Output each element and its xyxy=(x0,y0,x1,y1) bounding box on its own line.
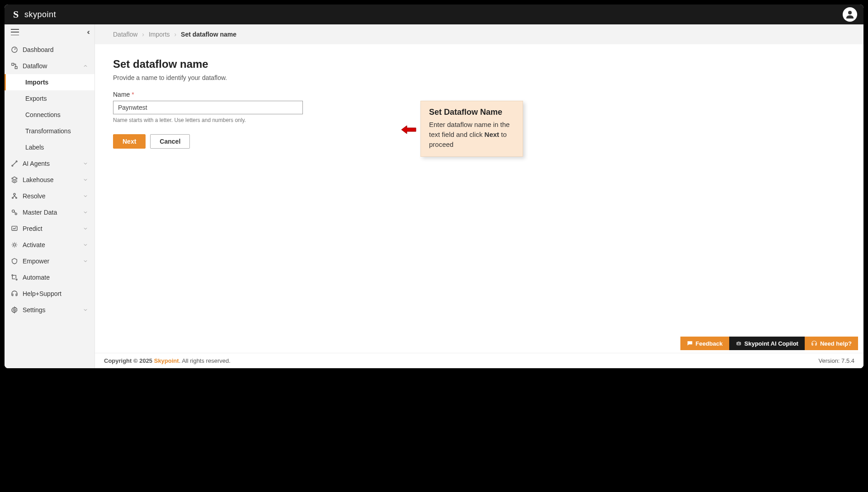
arrow-annotation-icon xyxy=(401,125,417,135)
master-data-icon xyxy=(11,209,18,216)
chevron-down-icon xyxy=(83,258,88,264)
sidebar-item-empower[interactable]: Empower xyxy=(5,253,94,269)
sidebar-item-label: AI Agents xyxy=(23,160,50,167)
sidebar-item-transformations[interactable]: Transformations xyxy=(16,123,94,139)
sidebar-item-label: Dataflow xyxy=(23,62,47,70)
chevron-down-icon xyxy=(83,307,88,313)
sidebar-item-labels[interactable]: Labels xyxy=(16,139,94,155)
need-help-button[interactable]: Need help? xyxy=(805,337,858,350)
sidebar-item-activate[interactable]: Activate xyxy=(5,237,94,253)
sidebar-item-help-support[interactable]: Help+Support xyxy=(5,286,94,302)
sidebar-item-resolve[interactable]: Resolve xyxy=(5,188,94,204)
resolve-icon xyxy=(11,192,18,200)
chevron-down-icon xyxy=(83,210,88,215)
dashboard-icon xyxy=(11,46,18,53)
breadcrumb-separator: › xyxy=(142,31,144,38)
svg-point-9 xyxy=(12,210,14,212)
breadcrumb-current: Set dataflow name xyxy=(181,31,236,38)
sidebar-item-exports[interactable]: Exports xyxy=(16,90,94,107)
main: Dataflow › Imports › Set dataflow name S… xyxy=(95,24,863,368)
sidebar-item-label: Dashboard xyxy=(23,46,54,53)
svg-point-12 xyxy=(13,244,15,246)
brand-name: skypoint xyxy=(24,10,56,19)
collapse-sidebar-button[interactable]: ‹‹ xyxy=(87,28,88,36)
next-button[interactable]: Next xyxy=(113,134,146,149)
name-label: Name * xyxy=(113,91,134,98)
user-icon xyxy=(844,9,855,20)
dataflow-name-input[interactable] xyxy=(113,101,303,114)
sidebar-item-settings[interactable]: Settings xyxy=(5,302,94,318)
chat-icon xyxy=(687,340,693,347)
dataflow-icon xyxy=(11,62,18,70)
sidebar-item-label: Resolve xyxy=(23,192,46,200)
copilot-button[interactable]: Skypoint AI Copilot xyxy=(729,337,805,350)
sidebar-item-label: Automate xyxy=(23,274,50,281)
callout-text: Enter dataflow name in the text field an… xyxy=(429,120,514,149)
page-description: Provide a name to identify your dataflow… xyxy=(113,74,845,81)
help-icon xyxy=(11,290,18,297)
gear-icon xyxy=(11,306,18,314)
sidebar-item-label: Activate xyxy=(23,241,45,248)
breadcrumb-item[interactable]: Imports xyxy=(149,31,170,38)
topbar: S skypoint xyxy=(5,5,863,24)
sidebar-item-ai-agents[interactable]: AI Agents xyxy=(5,155,94,172)
sidebar-item-automate[interactable]: Automate xyxy=(5,269,94,286)
sidebar-top: ‹‹ xyxy=(5,24,94,38)
sidebar-item-connections[interactable]: Connections xyxy=(16,107,94,123)
sidebar-item-lakehouse[interactable]: Lakehouse xyxy=(5,172,94,188)
sidebar-item-imports[interactable]: Imports xyxy=(5,74,94,90)
sidebar-dataflow-sub: Imports Exports Connections Transformati… xyxy=(5,74,94,155)
empower-icon xyxy=(11,258,18,265)
svg-point-8 xyxy=(16,197,17,199)
svg-rect-3 xyxy=(15,66,17,69)
sidebar-item-label: Settings xyxy=(23,306,46,314)
svg-point-5 xyxy=(16,161,17,162)
svg-rect-11 xyxy=(12,226,17,230)
body: ‹‹ Dashboard Dataflow Impo xyxy=(5,24,863,368)
sidebar-item-dataflow[interactable]: Dataflow xyxy=(5,58,94,74)
predict-icon xyxy=(11,225,18,232)
footer: Copyright © 2025 Skypoint. All rights re… xyxy=(95,353,863,368)
callout-annotation: Set Dataflow Name Enter dataflow name in… xyxy=(420,101,523,157)
feedback-button[interactable]: Feedback xyxy=(680,337,729,350)
chevron-down-icon xyxy=(83,193,88,199)
breadcrumb: Dataflow › Imports › Set dataflow name xyxy=(95,24,863,44)
automate-icon xyxy=(11,274,18,281)
svg-point-18 xyxy=(739,343,740,344)
page-title: Set dataflow name xyxy=(113,58,845,70)
svg-rect-2 xyxy=(12,63,14,66)
sidebar-item-label: Help+Support xyxy=(23,290,61,297)
chevron-down-icon xyxy=(83,161,88,166)
bottom-buttons: Feedback Skypoint AI Copilot Need help? xyxy=(680,337,858,350)
svg-point-14 xyxy=(16,279,17,280)
footer-brand-link[interactable]: Skypoint xyxy=(154,357,179,364)
cancel-button[interactable]: Cancel xyxy=(150,134,190,149)
activate-icon xyxy=(11,241,18,248)
breadcrumb-separator: › xyxy=(175,31,177,38)
chevron-down-icon xyxy=(83,177,88,183)
sidebar-item-label: Predict xyxy=(23,225,42,232)
required-asterisk: * xyxy=(132,91,134,98)
brand[interactable]: S skypoint xyxy=(11,9,56,19)
sidebar-item-label: Empower xyxy=(23,258,49,265)
ai-agents-icon xyxy=(11,160,18,167)
content: Set dataflow name Provide a name to iden… xyxy=(95,44,863,353)
sidebar-item-dashboard[interactable]: Dashboard xyxy=(5,42,94,58)
user-avatar[interactable] xyxy=(843,7,857,22)
footer-copyright: Copyright © 2025 Skypoint. All rights re… xyxy=(104,357,231,364)
chevron-up-icon xyxy=(83,63,88,69)
svg-point-6 xyxy=(14,193,15,195)
headset-icon xyxy=(811,340,817,347)
sidebar-item-predict[interactable]: Predict xyxy=(5,220,94,237)
breadcrumb-item[interactable]: Dataflow xyxy=(113,31,137,38)
svg-point-4 xyxy=(12,165,13,166)
lakehouse-icon xyxy=(11,176,18,183)
chevron-down-icon xyxy=(83,226,88,231)
svg-point-7 xyxy=(12,197,14,199)
footer-version: Version: 7.5.4 xyxy=(819,357,855,364)
svg-point-0 xyxy=(848,11,852,14)
callout-title: Set Dataflow Name xyxy=(429,108,514,117)
sidebar-item-master-data[interactable]: Master Data xyxy=(5,204,94,220)
sidebar: ‹‹ Dashboard Dataflow Impo xyxy=(5,24,95,368)
hamburger-icon[interactable] xyxy=(11,29,19,35)
